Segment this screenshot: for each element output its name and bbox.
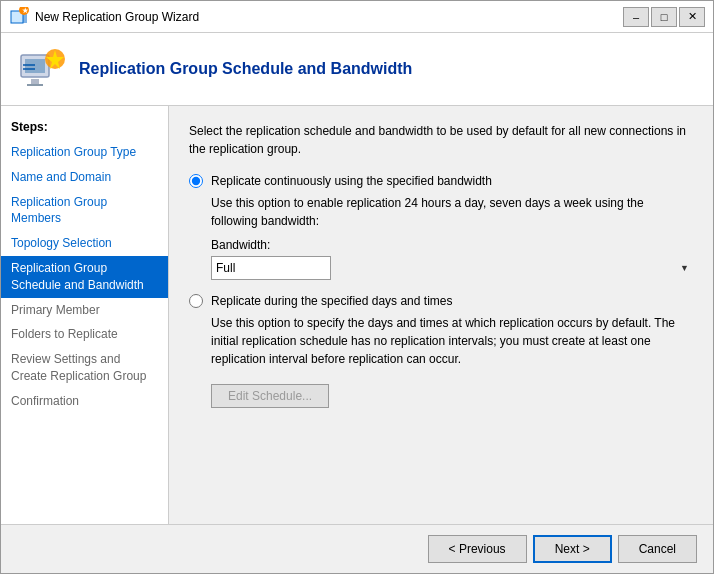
sidebar-item-schedule-bandwidth[interactable]: Replication Group Schedule and Bandwidth <box>1 256 168 298</box>
window-icon: ★ <box>9 7 29 27</box>
sidebar: Steps: Replication Group Type Name and D… <box>1 106 169 524</box>
sidebar-item-folders-to-replicate: Folders to Replicate <box>1 322 168 347</box>
option2-radio[interactable] <box>189 294 203 308</box>
bandwidth-select[interactable]: Full 16 Mbps 8 Mbps 4 Mbps 2 Mbps 1 Mbps… <box>211 256 331 280</box>
content-area: Select the replication schedule and band… <box>169 106 713 524</box>
sidebar-item-review-settings: Review Settings and Create Replication G… <box>1 347 168 389</box>
option2-label[interactable]: Replicate during the specified days and … <box>211 294 452 308</box>
option1-radio[interactable] <box>189 174 203 188</box>
maximize-button[interactable]: □ <box>651 7 677 27</box>
sidebar-item-primary-member: Primary Member <box>1 298 168 323</box>
next-button[interactable]: Next > <box>533 535 612 563</box>
bandwidth-label: Bandwidth: <box>211 238 693 252</box>
minimize-button[interactable]: – <box>623 7 649 27</box>
option1-container: Replicate continuously using the specifi… <box>189 174 693 280</box>
main-content: Steps: Replication Group Type Name and D… <box>1 106 713 524</box>
close-button[interactable]: ✕ <box>679 7 705 27</box>
title-bar: ★ New Replication Group Wizard – □ ✕ <box>1 1 713 33</box>
previous-button[interactable]: < Previous <box>428 535 527 563</box>
sidebar-item-replication-group-type[interactable]: Replication Group Type <box>1 140 168 165</box>
edit-schedule-button[interactable]: Edit Schedule... <box>211 384 329 408</box>
wizard-window: ★ New Replication Group Wizard – □ ✕ <box>0 0 714 574</box>
bandwidth-select-wrapper: Full 16 Mbps 8 Mbps 4 Mbps 2 Mbps 1 Mbps… <box>211 256 693 280</box>
cancel-button[interactable]: Cancel <box>618 535 697 563</box>
sidebar-item-topology-selection[interactable]: Topology Selection <box>1 231 168 256</box>
footer: < Previous Next > Cancel <box>1 524 713 573</box>
header-title: Replication Group Schedule and Bandwidth <box>79 60 412 78</box>
wizard-header: Replication Group Schedule and Bandwidth <box>1 33 713 106</box>
option2-radio-row: Replicate during the specified days and … <box>189 294 693 308</box>
sidebar-item-confirmation: Confirmation <box>1 389 168 414</box>
window-title: New Replication Group Wizard <box>35 10 623 24</box>
option2-container: Replicate during the specified days and … <box>189 294 693 408</box>
option1-label[interactable]: Replicate continuously using the specifi… <box>211 174 492 188</box>
svg-rect-5 <box>25 59 45 73</box>
content-description: Select the replication schedule and band… <box>189 122 693 158</box>
option1-radio-row: Replicate continuously using the specifi… <box>189 174 693 188</box>
steps-label: Steps: <box>1 116 168 140</box>
bandwidth-row: Bandwidth: Full 16 Mbps 8 Mbps 4 Mbps 2 … <box>211 238 693 280</box>
sidebar-item-name-and-domain[interactable]: Name and Domain <box>1 165 168 190</box>
option2-description: Use this option to specify the days and … <box>211 314 693 368</box>
option1-description: Use this option to enable replication 24… <box>211 194 693 230</box>
sidebar-item-replication-group-members[interactable]: Replication Group Members <box>1 190 168 232</box>
svg-text:★: ★ <box>22 7 29 14</box>
svg-rect-7 <box>27 84 43 86</box>
wizard-icon <box>17 45 65 93</box>
window-controls: – □ ✕ <box>623 7 705 27</box>
